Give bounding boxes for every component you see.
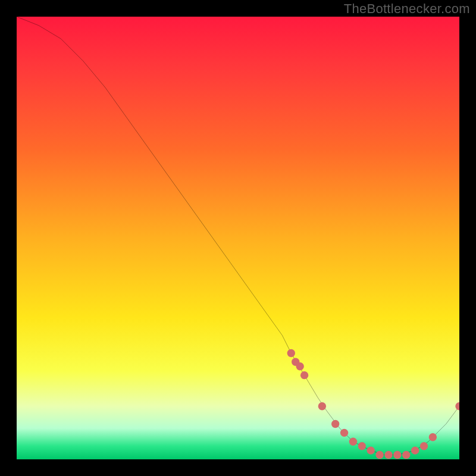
- marker-point: [318, 402, 326, 410]
- marker-point: [411, 446, 419, 454]
- marker-point: [402, 451, 410, 459]
- curve-layer: [17, 17, 459, 459]
- marker-point: [331, 420, 339, 428]
- highlight-markers: [287, 349, 459, 459]
- chart-frame: TheBottlenecker.com: [0, 0, 476, 476]
- marker-point: [287, 349, 295, 357]
- marker-point: [420, 442, 428, 450]
- marker-point: [455, 402, 459, 410]
- marker-point: [429, 433, 437, 441]
- marker-point: [349, 438, 357, 446]
- marker-point: [367, 446, 375, 454]
- watermark-text: TheBottlenecker.com: [344, 1, 470, 17]
- marker-point: [384, 451, 392, 459]
- marker-point: [340, 429, 348, 437]
- marker-point: [375, 451, 383, 459]
- marker-point: [358, 442, 366, 450]
- marker-point: [393, 451, 401, 459]
- marker-point: [296, 362, 303, 370]
- marker-point: [300, 371, 308, 379]
- bottleneck-curve: [17, 17, 459, 455]
- plot-area: [17, 17, 459, 459]
